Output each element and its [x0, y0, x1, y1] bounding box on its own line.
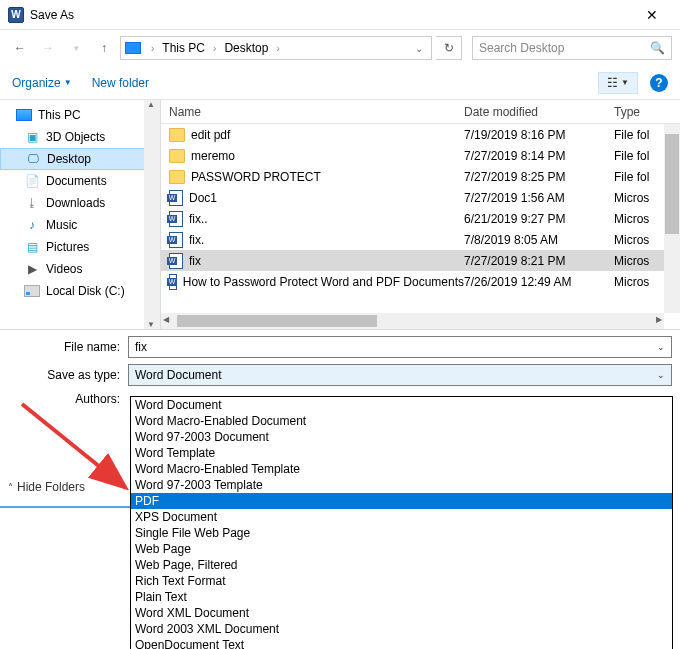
tree-desktop[interactable]: 🖵 Desktop	[0, 148, 160, 170]
desktop-icon: 🖵	[25, 151, 41, 167]
toolbar: Organize ▼ New folder ☷ ▼ ?	[0, 66, 680, 100]
chevron-up-icon: ˄	[8, 482, 13, 493]
tree-pictures[interactable]: ▤ Pictures	[0, 236, 160, 258]
downloads-icon: ⭳	[24, 195, 40, 211]
saveastype-options: Word DocumentWord Macro-Enabled Document…	[130, 396, 673, 649]
col-name[interactable]: Name	[161, 100, 464, 123]
filename-input[interactable]: fix ⌄	[128, 336, 672, 358]
view-options-button[interactable]: ☷ ▼	[598, 72, 638, 94]
breadcrumb-dropdown-icon[interactable]: ⌄	[415, 43, 427, 54]
tree-scrollbar[interactable]	[144, 100, 160, 329]
word-doc-icon	[169, 190, 183, 206]
saveastype-option[interactable]: Word 97-2003 Document	[131, 429, 672, 445]
pictures-icon: ▤	[24, 239, 40, 255]
breadcrumb[interactable]: › This PC › Desktop › ⌄	[120, 36, 432, 60]
saveastype-option[interactable]: Web Page, Filtered	[131, 557, 672, 573]
saveastype-option[interactable]: Word 2003 XML Document	[131, 621, 672, 637]
refresh-button[interactable]: ↻	[436, 36, 462, 60]
main-pane: This PC ▣ 3D Objects 🖵 Desktop 📄 Documen…	[0, 100, 680, 330]
saveastype-label: Save as type:	[8, 368, 128, 382]
col-date[interactable]: Date modified	[464, 100, 614, 123]
address-bar: ← → ▾ ↑ › This PC › Desktop › ⌄ ↻ Search…	[0, 30, 680, 66]
window-title: Save As	[30, 8, 632, 22]
forward-button[interactable]: →	[36, 36, 60, 60]
file-list-vscrollbar[interactable]	[664, 124, 680, 313]
word-doc-icon	[169, 253, 183, 269]
file-row[interactable]: Doc17/27/2019 1:56 AMMicros	[161, 187, 680, 208]
close-button[interactable]: ✕	[632, 0, 672, 30]
file-row[interactable]: fix7/27/2019 8:21 PMMicros	[161, 250, 680, 271]
tree-videos[interactable]: ▶ Videos	[0, 258, 160, 280]
saveastype-option[interactable]: PDF	[131, 493, 672, 509]
file-row[interactable]: edit pdf7/19/2019 8:16 PMFile fol	[161, 124, 680, 145]
folder-icon	[169, 128, 185, 142]
saveastype-option[interactable]: XPS Document	[131, 509, 672, 525]
tree-documents[interactable]: 📄 Documents	[0, 170, 160, 192]
search-input[interactable]: Search Desktop 🔍	[472, 36, 672, 60]
footer: ˄ Hide Folders	[0, 480, 130, 494]
word-doc-icon	[169, 274, 177, 290]
saveastype-option[interactable]: OpenDocument Text	[131, 637, 672, 649]
titlebar: W Save As ✕	[0, 0, 680, 30]
chevron-right-icon[interactable]: ›	[147, 43, 158, 54]
saveastype-dropdown[interactable]: Word Document ⌄	[128, 364, 672, 386]
nav-tree: This PC ▣ 3D Objects 🖵 Desktop 📄 Documen…	[0, 100, 160, 329]
recent-dropdown[interactable]: ▾	[64, 36, 88, 60]
music-icon: ♪	[24, 217, 40, 233]
file-row[interactable]: fix.7/8/2019 8:05 AMMicros	[161, 229, 680, 250]
file-list: Name Date modified Type edit pdf7/19/201…	[161, 100, 680, 329]
chevron-down-icon[interactable]: ⌄	[657, 342, 665, 352]
tree-music[interactable]: ♪ Music	[0, 214, 160, 236]
tree-downloads[interactable]: ⭳ Downloads	[0, 192, 160, 214]
file-list-hscrollbar[interactable]	[161, 313, 664, 329]
saveastype-option[interactable]: Word Document	[131, 397, 672, 413]
file-row[interactable]: meremo7/27/2019 8:14 PMFile fol	[161, 145, 680, 166]
chevron-down-icon: ▼	[64, 78, 72, 87]
saveastype-option[interactable]: Word XML Document	[131, 605, 672, 621]
crumb-desktop[interactable]: Desktop	[222, 41, 270, 55]
cube-icon: ▣	[24, 129, 40, 145]
divider	[0, 506, 130, 508]
pc-icon	[16, 109, 32, 121]
videos-icon: ▶	[24, 261, 40, 277]
file-row[interactable]: How to Password Protect Word and PDF Doc…	[161, 271, 680, 292]
saveastype-option[interactable]: Rich Text Format	[131, 573, 672, 589]
search-placeholder: Search Desktop	[479, 41, 564, 55]
folder-icon	[169, 170, 185, 184]
search-icon: 🔍	[650, 41, 665, 55]
saveastype-option[interactable]: Word 97-2003 Template	[131, 477, 672, 493]
documents-icon: 📄	[24, 173, 40, 189]
saveastype-option[interactable]: Single File Web Page	[131, 525, 672, 541]
filename-label: File name:	[8, 340, 128, 354]
up-button[interactable]: ↑	[92, 36, 116, 60]
back-button[interactable]: ←	[8, 36, 32, 60]
column-headers: Name Date modified Type	[161, 100, 680, 124]
help-button[interactable]: ?	[650, 74, 668, 92]
saveastype-option[interactable]: Plain Text	[131, 589, 672, 605]
saveastype-option[interactable]: Word Template	[131, 445, 672, 461]
word-app-icon: W	[8, 7, 24, 23]
file-row[interactable]: PASSWORD PROTECT7/27/2019 8:25 PMFile fo…	[161, 166, 680, 187]
file-row[interactable]: fix..6/21/2019 9:27 PMMicros	[161, 208, 680, 229]
word-doc-icon	[169, 232, 183, 248]
folder-icon	[169, 149, 185, 163]
chevron-down-icon: ⌄	[657, 370, 665, 380]
saveastype-option[interactable]: Word Macro-Enabled Document	[131, 413, 672, 429]
col-type[interactable]: Type	[614, 100, 664, 123]
chevron-down-icon: ▼	[621, 78, 629, 87]
organize-button[interactable]: Organize ▼	[12, 76, 72, 90]
pc-icon	[125, 42, 141, 54]
saveastype-option[interactable]: Word Macro-Enabled Template	[131, 461, 672, 477]
tree-3d-objects[interactable]: ▣ 3D Objects	[0, 126, 160, 148]
tree-local-disk[interactable]: Local Disk (C:)	[0, 280, 160, 302]
crumb-this-pc[interactable]: This PC	[160, 41, 207, 55]
view-icon: ☷	[607, 76, 618, 90]
saveastype-option[interactable]: Web Page	[131, 541, 672, 557]
chevron-right-icon[interactable]: ›	[272, 43, 283, 54]
tree-this-pc[interactable]: This PC	[0, 104, 160, 126]
new-folder-button[interactable]: New folder	[92, 76, 149, 90]
authors-label: Authors:	[8, 392, 128, 406]
word-doc-icon	[169, 211, 183, 227]
hide-folders-button[interactable]: ˄ Hide Folders	[8, 480, 130, 494]
chevron-right-icon[interactable]: ›	[209, 43, 220, 54]
